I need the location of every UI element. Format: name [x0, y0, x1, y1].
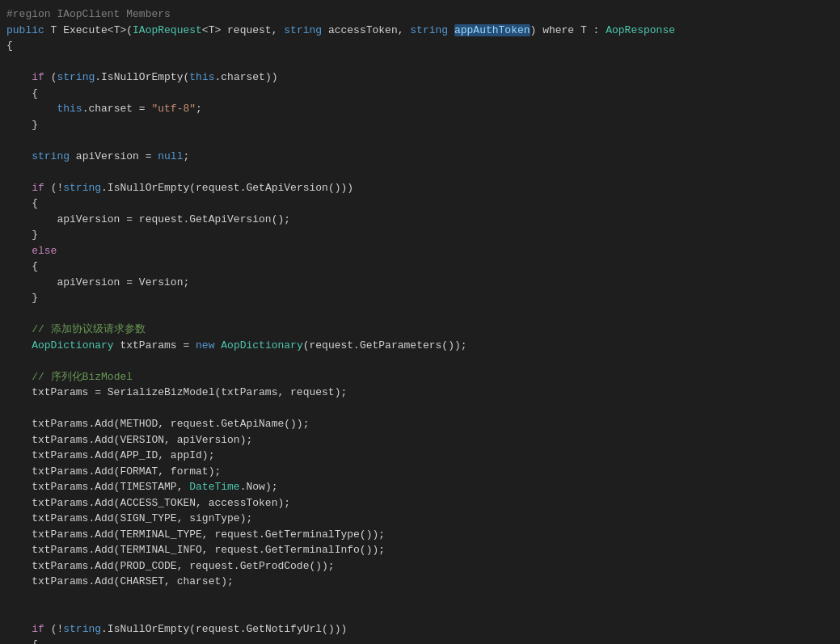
line-content: {: [6, 86, 834, 102]
code-line: #region IAopClient Members: [0, 6, 840, 23]
code-line: }: [0, 117, 840, 133]
code-line: txtParams.Add(TERMINAL_TYPE, request.Get…: [0, 527, 840, 543]
code-line: [0, 605, 840, 621]
code-line: if (!string.IsNullOrEmpty(request.GetApi…: [0, 180, 840, 196]
line-content: this.charset = "utf-8";: [6, 101, 834, 117]
line-content: // 添加协议级请求参数: [6, 322, 834, 338]
line-content: [6, 590, 834, 606]
code-line: {: [0, 196, 840, 212]
line-content: txtParams.Add(TERMINAL_TYPE, request.Get…: [6, 527, 834, 543]
code-line: [0, 401, 840, 417]
code-line: txtParams.Add(FORMAT, format);: [0, 464, 840, 480]
line-content: apiVersion = Version;: [6, 275, 834, 291]
code-line: }: [0, 290, 840, 306]
line-content: public T Execute<T>(IAopRequest<T> reque…: [6, 23, 834, 39]
line-content: [6, 133, 834, 149]
line-content: }: [6, 290, 834, 306]
line-content: [6, 605, 834, 621]
line-content: // 序列化BizModel: [6, 369, 834, 385]
line-content: txtParams.Add(FORMAT, format);: [6, 464, 834, 480]
line-content: {: [6, 259, 834, 275]
line-content: txtParams.Add(METHOD, request.GetApiName…: [6, 416, 834, 432]
line-content: }: [6, 227, 834, 243]
line-content: if (!string.IsNullOrEmpty(request.GetNot…: [6, 621, 834, 638]
line-content: [6, 164, 834, 180]
code-line: }: [0, 227, 840, 243]
code-line: txtParams.Add(TIMESTAMP, DateTime.Now);: [0, 479, 840, 495]
code-line: else: [0, 243, 840, 259]
code-line: txtParams.Add(PROD_CODE, request.GetProd…: [0, 558, 840, 575]
code-line: this.charset = "utf-8";: [0, 101, 840, 117]
line-content: txtParams.Add(PROD_CODE, request.GetProd…: [6, 558, 834, 575]
code-line: // 序列化BizModel: [0, 369, 840, 385]
line-content: txtParams = SerializeBizModel(txtParams,…: [6, 385, 834, 401]
code-line: [0, 54, 840, 70]
code-line: txtParams.Add(METHOD, request.GetApiName…: [0, 416, 840, 432]
line-content: #region IAopClient Members: [6, 6, 834, 23]
code-line: apiVersion = Version;: [0, 275, 840, 291]
code-line: apiVersion = request.GetApiVersion();: [0, 212, 840, 228]
line-content: {: [6, 38, 834, 54]
line-content: [6, 401, 834, 417]
code-line: txtParams.Add(SIGN_TYPE, signType);: [0, 511, 840, 527]
line-content: {: [6, 196, 834, 212]
line-content: apiVersion = request.GetApiVersion();: [6, 212, 834, 228]
line-content: if (string.IsNullOrEmpty(this.charset)): [6, 69, 834, 86]
code-line: txtParams.Add(TERMINAL_INFO, request.Get…: [0, 542, 840, 558]
code-line: txtParams.Add(ACCESS_TOKEN, accessToken)…: [0, 495, 840, 511]
line-content: txtParams.Add(SIGN_TYPE, signType);: [6, 511, 834, 527]
line-content: [6, 306, 834, 322]
code-line: if (!string.IsNullOrEmpty(request.GetNot…: [0, 621, 840, 638]
line-content: txtParams.Add(APP_ID, appId);: [6, 448, 834, 464]
code-line: [0, 353, 840, 369]
code-line: txtParams.Add(VERSION, apiVersion);: [0, 432, 840, 448]
line-content: [6, 54, 834, 70]
code-line: public T Execute<T>(IAopRequest<T> reque…: [0, 23, 840, 39]
line-content: AopDictionary txtParams = new AopDiction…: [6, 338, 834, 354]
line-content: {: [6, 637, 834, 644]
code-line: {: [0, 86, 840, 102]
line-content: string apiVersion = null;: [6, 149, 834, 165]
line-content: }: [6, 117, 834, 133]
line-content: txtParams.Add(TIMESTAMP, DateTime.Now);: [6, 479, 834, 495]
code-line: if (string.IsNullOrEmpty(this.charset)): [0, 69, 840, 86]
line-content: txtParams.Add(VERSION, apiVersion);: [6, 432, 834, 448]
line-content: txtParams.Add(TERMINAL_INFO, request.Get…: [6, 542, 834, 558]
line-content: [6, 353, 834, 369]
code-line: [0, 590, 840, 606]
code-line: [0, 306, 840, 322]
code-line: {: [0, 38, 840, 54]
line-content: txtParams.Add(CHARSET, charset);: [6, 574, 834, 590]
line-content: txtParams.Add(ACCESS_TOKEN, accessToken)…: [6, 495, 834, 511]
code-line: // 添加协议级请求参数: [0, 322, 840, 338]
code-line: AopDictionary txtParams = new AopDiction…: [0, 338, 840, 354]
line-content: if (!string.IsNullOrEmpty(request.GetApi…: [6, 180, 834, 196]
code-line: string apiVersion = null;: [0, 149, 840, 165]
code-line: [0, 164, 840, 180]
code-editor: #region IAopClient Memberspublic T Execu…: [0, 0, 840, 644]
code-line: {: [0, 637, 840, 644]
code-line: txtParams.Add(CHARSET, charset);: [0, 574, 840, 590]
code-line: {: [0, 259, 840, 275]
code-line: [0, 133, 840, 149]
code-line: txtParams = SerializeBizModel(txtParams,…: [0, 385, 840, 401]
line-content: else: [6, 243, 834, 259]
code-line: txtParams.Add(APP_ID, appId);: [0, 448, 840, 464]
